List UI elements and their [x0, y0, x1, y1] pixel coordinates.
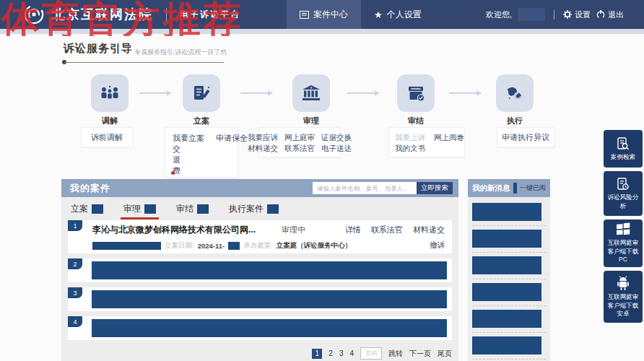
last-page-button[interactable]: 尾页 — [438, 349, 452, 359]
message-item[interactable] — [472, 333, 546, 360]
link-contact-judge[interactable]: 联系法官 — [284, 143, 315, 154]
android-client-download-button[interactable]: 互联网庭审客户端下载安卓 — [604, 271, 643, 323]
link-file-case[interactable]: 我要立案 — [173, 133, 204, 144]
page-1[interactable]: 1 — [312, 349, 322, 359]
message-item[interactable] — [472, 306, 546, 333]
case-center-icon — [300, 11, 309, 19]
link-pay-refund-2[interactable]: 退 — [173, 155, 204, 165]
power-icon — [596, 10, 605, 19]
header-nav: 案件中心 ★ 个人设置 — [287, 0, 435, 29]
android-icon — [616, 275, 630, 291]
message-item[interactable] — [472, 279, 546, 306]
link-pay-refund-1[interactable]: 交 — [173, 144, 204, 155]
link-pay-refund-3[interactable]: 费 — [173, 165, 204, 176]
page-jump-input[interactable] — [360, 347, 382, 360]
link-appeal-disabled[interactable]: 我要上诉 — [395, 132, 425, 143]
link-respond[interactable]: 我要应诉 — [248, 132, 278, 143]
case-row-4[interactable]: 4 — [68, 316, 452, 340]
filing-icon — [183, 74, 220, 112]
tool-label: 互联网庭审客户端下载PC — [605, 239, 641, 264]
gear-icon — [563, 10, 572, 19]
card-execution-links: 申请执行异议 — [497, 127, 554, 147]
link-execution-objection[interactable]: 申请执行异议 — [502, 132, 549, 143]
header-separator — [554, 10, 554, 19]
mediation-icon — [91, 74, 129, 112]
case-index-badge: 2 — [68, 258, 82, 269]
my-cases-header: 我的案件 立即搜索 — [61, 179, 458, 197]
next-page-button[interactable]: 下一页 — [409, 349, 431, 359]
pc-client-download-button[interactable]: 互联网庭审客户端下载PC — [604, 219, 643, 267]
settings-label: 设置 — [575, 9, 591, 20]
link-online-review[interactable]: 网上阅卷 — [434, 132, 464, 143]
nav-tab-case-center[interactable]: 案件中心 — [287, 0, 361, 29]
star-icon: ★ — [374, 10, 383, 19]
flow-arrow — [240, 92, 272, 94]
page-jump-button[interactable]: 跳转 — [388, 349, 403, 359]
case-content-redacted — [92, 319, 447, 337]
message-content-redacted — [472, 203, 541, 221]
flow-arrow — [347, 92, 379, 94]
case-withdraw-link[interactable]: 撤诉 — [430, 240, 445, 251]
tab-closed[interactable]: 审结 — [176, 203, 209, 215]
search-button[interactable]: 立即搜索 — [417, 182, 453, 194]
tab-label: 审结 — [176, 203, 193, 215]
logout-button[interactable]: 退出 — [596, 9, 624, 20]
page-2[interactable]: 2 — [328, 349, 333, 357]
case-title-link[interactable]: 李沁与北京微梦创科网络技术有限公司网... — [92, 224, 256, 236]
page-3[interactable]: 3 — [339, 349, 344, 357]
link-apply-preservation[interactable]: 申请保全 — [216, 133, 248, 144]
tab-count-redacted — [92, 204, 103, 214]
app-window: 北京互联网法院 电子诉讼平台 案件中心 ★ 个人设置 欢迎您, — [0, 0, 644, 361]
courthouse-icon — [292, 74, 330, 112]
my-cases-body: 立案 审理 审结 执行案件 1 李沁与北京 — [61, 197, 458, 361]
tab-label: 审理 — [123, 203, 141, 215]
link-online-trial[interactable]: 网上庭审 — [284, 132, 315, 143]
nav-tab-label: 案件中心 — [313, 9, 348, 21]
page-4[interactable]: 4 — [349, 349, 354, 357]
filing-day-redacted — [228, 242, 240, 250]
case-number-redacted — [92, 242, 161, 250]
link-evidence-exchange[interactable]: 证据交换 — [321, 132, 352, 143]
case-submit-material-link[interactable]: 材料递交 — [413, 225, 445, 235]
settings-button[interactable]: 设置 — [563, 9, 591, 20]
risk-analysis-tool-button[interactable]: 诉讼风险分析 — [604, 171, 643, 216]
welcome-text: 欢迎您, — [486, 9, 512, 20]
case-search-tool-button[interactable]: 案例检索 — [604, 130, 643, 168]
flow-step-trial: 审理 — [292, 74, 330, 126]
tab-trial[interactable]: 审理 — [123, 203, 156, 215]
flow-step-label: 调解 — [91, 116, 129, 126]
filing-date-value: 2024-11- — [198, 242, 225, 250]
tool-label: 诉讼风险分析 — [605, 193, 641, 210]
nav-tab-personal-settings[interactable]: ★ 个人设置 — [361, 0, 435, 29]
message-item[interactable] — [472, 253, 546, 279]
message-item[interactable] — [472, 199, 546, 226]
case-row-3[interactable]: 3 — [68, 287, 452, 311]
link-my-documents[interactable]: 我的文书 — [395, 143, 425, 154]
link-pre-mediation[interactable]: 诉前调解 — [91, 132, 123, 143]
logo-group: 北京互联网法院 电子诉讼平台 — [23, 4, 240, 25]
case-detail-link[interactable]: 详情 — [345, 225, 361, 235]
case-row-2[interactable]: 2 — [68, 258, 452, 282]
message-item[interactable] — [472, 226, 546, 253]
guide-underline — [64, 62, 224, 63]
case-search-input[interactable] — [313, 182, 417, 194]
tab-filing[interactable]: 立案 — [71, 203, 103, 215]
link-submit-material[interactable]: 材料递交 — [248, 143, 278, 154]
flow-step-label: 审理 — [292, 116, 330, 126]
card-trial-links: 我要应诉 网上庭审 证据交换 材料递交 联系法官 电子送达 — [258, 127, 341, 157]
header-divider — [166, 8, 167, 21]
case-index-badge: 3 — [68, 287, 82, 298]
mark-all-read-button[interactable]: 一键已阅 — [520, 183, 546, 193]
case-contact-judge-link[interactable]: 联系法官 — [371, 225, 403, 235]
tool-label: 案例检索 — [611, 153, 635, 161]
tab-execution-cases[interactable]: 执行案件 — [229, 203, 279, 215]
messages-title: 我的新消息 — [472, 183, 510, 193]
case-index-badge: 1 — [68, 220, 82, 231]
link-e-delivery[interactable]: 电子送达 — [321, 143, 352, 154]
username-redacted — [518, 8, 545, 21]
my-cases-panel: 我的案件 立即搜索 立案 审理 审结 执行案件 — [61, 179, 458, 361]
tab-count-redacted — [267, 204, 279, 214]
doc-clock-icon — [616, 177, 630, 191]
header: 北京互联网法院 电子诉讼平台 案件中心 ★ 个人设置 欢迎您, — [0, 0, 644, 29]
flow-step-label: 执行 — [496, 116, 534, 126]
